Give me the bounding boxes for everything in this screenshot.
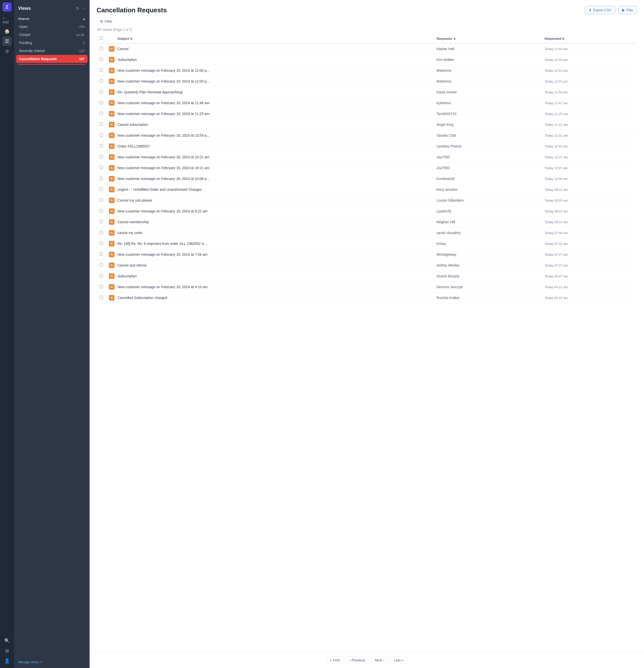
row-checkbox[interactable] xyxy=(100,112,103,115)
row-subject[interactable]: New customer message on February 19, 202… xyxy=(114,130,434,141)
row-checkbox[interactable] xyxy=(100,285,103,288)
filter-button[interactable]: ⚙ Filter xyxy=(97,18,116,25)
row-requester: Kumkwat32 xyxy=(434,173,541,184)
row-checkbox[interactable] xyxy=(100,209,103,212)
row-badge-cell: N xyxy=(106,152,114,163)
row-subject[interactable]: cancle my order xyxy=(114,228,434,238)
row-checkbox[interactable] xyxy=(100,47,103,50)
row-subject[interactable]: New customer message on February 19, 202… xyxy=(114,282,434,292)
row-badge-cell: N xyxy=(106,55,114,65)
row-requested: Today 09:41 am xyxy=(541,184,637,195)
row-badge-cell: N xyxy=(106,87,114,98)
sidebar-item-closed[interactable]: Closed 14.2K xyxy=(16,31,88,39)
shared-section: Shared ▲ Open 259 Closed 14.2K Pending 3… xyxy=(14,15,90,65)
row-checkbox-cell xyxy=(97,282,106,292)
row-checkbox[interactable] xyxy=(100,274,103,277)
row-badge-cell: N xyxy=(106,292,114,303)
previous-page-button[interactable]: ‹ Previous xyxy=(346,656,369,664)
row-checkbox[interactable] xyxy=(100,263,103,267)
row-subject[interactable]: New customer message on February 19, 202… xyxy=(114,76,434,87)
sidebar-item-open[interactable]: Open 259 xyxy=(16,22,88,31)
collapse-icon[interactable]: ‹ xyxy=(82,5,85,12)
row-checkbox[interactable] xyxy=(100,198,103,202)
play-button[interactable]: ▶ Play xyxy=(618,6,637,14)
search-nav-icon[interactable]: 🔍 xyxy=(2,636,12,646)
table-row: N New customer message on February 19, 2… xyxy=(97,163,637,173)
row-subject[interactable]: Urgent - : Unfulfilled Order and Unautho… xyxy=(114,184,434,195)
row-subject[interactable]: New customer message on February 19, 202… xyxy=(114,163,434,173)
next-page-button[interactable]: Next › xyxy=(371,656,388,664)
requester-header[interactable]: Requester xyxy=(434,34,541,43)
row-subject[interactable]: New customer message on February 19, 202… xyxy=(114,173,434,184)
row-badge-cell: N xyxy=(106,76,114,87)
sidebar-item-recently-solved[interactable]: Recently Solved 127 xyxy=(16,47,88,55)
row-checkbox-cell xyxy=(97,43,106,55)
row-checkbox[interactable] xyxy=(100,253,103,256)
views-nav-icon[interactable]: ☰ xyxy=(2,37,12,46)
row-subject[interactable]: Subscription xyxy=(114,271,434,282)
apps-nav-icon[interactable]: ⊞ xyxy=(2,646,12,655)
row-requester: kerry amsdon xyxy=(434,184,541,195)
row-requester: Krissy xyxy=(434,238,541,249)
row-subject[interactable]: New customer message on February 19, 202… xyxy=(114,65,434,76)
first-page-button[interactable]: « First xyxy=(326,656,344,664)
row-checkbox[interactable] xyxy=(100,79,103,82)
home-nav-icon[interactable]: 🏠 xyxy=(2,27,12,36)
requested-header[interactable]: Requested xyxy=(541,34,637,43)
row-checkbox[interactable] xyxy=(100,296,103,299)
row-checkbox[interactable] xyxy=(100,144,103,148)
row-checkbox[interactable] xyxy=(100,101,103,104)
row-checkbox-cell xyxy=(97,238,106,249)
row-requested: Today 10:21 am xyxy=(541,152,637,163)
row-checkbox[interactable] xyxy=(100,220,103,223)
row-checkbox[interactable] xyxy=(100,90,103,93)
shared-label[interactable]: Shared ▲ xyxy=(16,15,88,22)
row-subject[interactable]: Order #JILL2385007 xyxy=(114,141,434,152)
subject-header[interactable]: Subject xyxy=(114,34,434,43)
ticket-badge: N xyxy=(109,100,114,106)
sidebar-item-cancellation-requests[interactable]: Cancellation Requests 187 xyxy=(16,55,88,63)
row-subject[interactable]: Cancel and refund xyxy=(114,260,434,271)
row-checkbox[interactable] xyxy=(100,187,103,191)
row-checkbox[interactable] xyxy=(100,155,103,158)
row-subject[interactable]: New customer message on February 19, 202… xyxy=(114,249,434,260)
row-checkbox[interactable] xyxy=(100,69,103,72)
row-requester: Lyndsey Preece xyxy=(434,141,541,152)
row-checkbox[interactable] xyxy=(100,177,103,180)
row-subject[interactable]: New customer message on February 19, 202… xyxy=(114,152,434,163)
row-subject[interactable]: Cancel xyxy=(114,43,434,55)
row-badge-cell: N xyxy=(106,65,114,76)
last-page-button[interactable]: Last » xyxy=(390,656,407,664)
row-checkbox[interactable] xyxy=(100,133,103,137)
settings-nav-icon[interactable]: ⚙ xyxy=(2,47,12,56)
main-content: Cancellation Requests ⬇ Export CSV ▶ Pla… xyxy=(90,0,644,668)
row-requester: Kaylee Hall xyxy=(434,43,541,55)
row-subject[interactable]: New customer message on February 19, 202… xyxy=(114,206,434,217)
ticket-badge: N xyxy=(109,143,114,149)
row-checkbox[interactable] xyxy=(100,166,103,169)
row-checkbox-cell xyxy=(97,98,106,108)
export-csv-button[interactable]: ⬇ Export CSV xyxy=(585,6,615,14)
row-subject[interactable]: Cancel membership xyxy=(114,217,434,228)
row-checkbox[interactable] xyxy=(100,58,103,61)
row-checkbox[interactable] xyxy=(100,242,103,245)
row-subject[interactable]: Re: [Jill] Re: Re: A shipment from order… xyxy=(114,238,434,249)
sidebar-item-pending[interactable]: Pending 3 xyxy=(16,39,88,47)
ticket-badge: N xyxy=(109,46,114,51)
manage-views-link[interactable]: Manage views ↗ xyxy=(18,660,85,664)
user-nav-icon[interactable]: 👤 xyxy=(2,656,12,666)
row-subject[interactable]: Re: Quarterly Plan Renewal Approaching! xyxy=(114,87,434,98)
row-checkbox[interactable] xyxy=(100,123,103,126)
row-subject[interactable]: Cancel my sub please xyxy=(114,195,434,206)
refresh-icon[interactable]: ↻ xyxy=(75,5,80,12)
select-all-checkbox[interactable] xyxy=(100,36,103,40)
row-checkbox[interactable] xyxy=(100,231,103,234)
row-subject[interactable]: New customer message on February 19, 202… xyxy=(114,108,434,119)
ticket-badge: N xyxy=(109,187,114,192)
row-subject[interactable]: Cancelled Subscription charged xyxy=(114,292,434,303)
row-subject[interactable]: Cancel subscription xyxy=(114,119,434,130)
add-button[interactable]: + Add xyxy=(0,15,14,26)
sidebar-header-icons: ↻ ‹ xyxy=(75,5,85,12)
row-subject[interactable]: Subscription xyxy=(114,55,434,65)
row-subject[interactable]: New customer message on February 19, 202… xyxy=(114,98,434,108)
